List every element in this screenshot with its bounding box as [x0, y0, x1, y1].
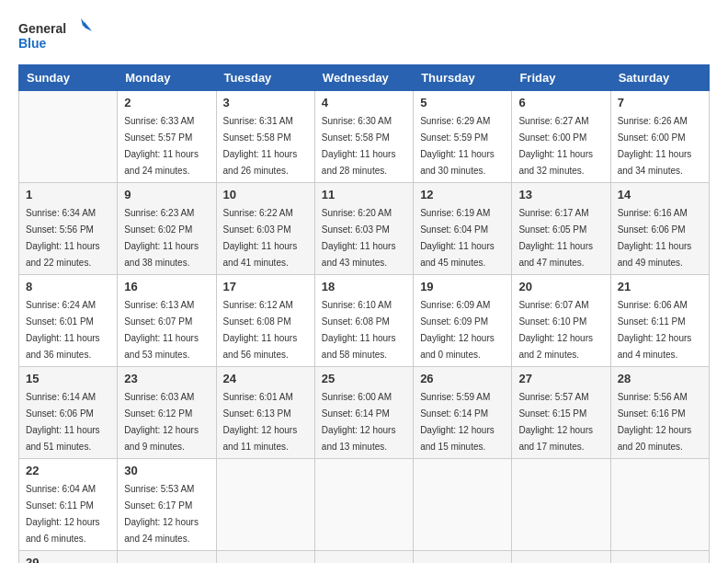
calendar-cell: 4Sunrise: 6:30 AMSunset: 5:58 PMDaylight… [314, 91, 413, 183]
col-friday: Friday [512, 65, 610, 91]
day-detail: Sunrise: 6:29 AMSunset: 5:59 PMDaylight:… [420, 116, 495, 176]
day-number: 19 [420, 280, 505, 293]
day-number: 12 [420, 188, 505, 201]
calendar-cell [512, 459, 610, 551]
day-detail: Sunrise: 6:31 AMSunset: 5:58 PMDaylight:… [223, 116, 298, 176]
col-thursday: Thursday [414, 65, 512, 91]
svg-text:General: General [18, 21, 66, 36]
calendar-cell: 9Sunrise: 6:23 AMSunset: 6:02 PMDaylight… [118, 183, 216, 275]
day-number: 16 [124, 280, 209, 293]
calendar-row: 1Sunrise: 6:34 AMSunset: 5:56 PMDaylight… [19, 183, 710, 275]
calendar-cell: 18Sunrise: 6:10 AMSunset: 6:08 PMDayligh… [314, 275, 413, 367]
day-number: 17 [223, 280, 308, 293]
col-monday: Monday [118, 65, 216, 91]
day-detail: Sunrise: 6:09 AMSunset: 6:09 PMDaylight:… [420, 300, 495, 360]
calendar-cell [314, 459, 413, 551]
day-detail: Sunrise: 6:01 AMSunset: 6:13 PMDaylight:… [223, 392, 298, 452]
day-detail: Sunrise: 6:33 AMSunset: 5:57 PMDaylight:… [124, 116, 199, 176]
calendar-row: 29Sunrise: 5:54 AMSunset: 6:17 PMDayligh… [19, 551, 710, 564]
day-detail: Sunrise: 5:57 AMSunset: 6:15 PMDaylight:… [518, 392, 593, 452]
day-number: 21 [618, 280, 702, 293]
day-detail: Sunrise: 6:24 AMSunset: 6:01 PMDaylight:… [26, 300, 100, 360]
day-detail: Sunrise: 5:56 AMSunset: 6:16 PMDaylight:… [618, 392, 692, 452]
day-detail: Sunrise: 6:13 AMSunset: 6:07 PMDaylight:… [124, 300, 199, 360]
col-tuesday: Tuesday [216, 65, 314, 91]
calendar-cell: 24Sunrise: 6:01 AMSunset: 6:13 PMDayligh… [216, 367, 314, 459]
day-number: 22 [26, 464, 110, 477]
day-detail: Sunrise: 6:06 AMSunset: 6:11 PMDaylight:… [618, 300, 692, 360]
day-detail: Sunrise: 6:04 AMSunset: 6:11 PMDaylight:… [26, 484, 100, 544]
day-number: 6 [518, 96, 603, 109]
day-detail: Sunrise: 6:16 AMSunset: 6:06 PMDaylight:… [618, 208, 692, 268]
calendar-cell [314, 551, 413, 564]
calendar-cell: 14Sunrise: 6:16 AMSunset: 6:06 PMDayligh… [610, 183, 709, 275]
calendar-cell: 10Sunrise: 6:22 AMSunset: 6:03 PMDayligh… [216, 183, 314, 275]
day-detail: Sunrise: 6:22 AMSunset: 6:03 PMDaylight:… [223, 208, 298, 268]
calendar-cell: 13Sunrise: 6:17 AMSunset: 6:05 PMDayligh… [512, 183, 610, 275]
day-number: 10 [223, 188, 308, 201]
calendar-row: 2Sunrise: 6:33 AMSunset: 5:57 PMDaylight… [19, 91, 710, 183]
calendar-cell: 25Sunrise: 6:00 AMSunset: 6:14 PMDayligh… [314, 367, 413, 459]
day-detail: Sunrise: 6:17 AMSunset: 6:05 PMDaylight:… [518, 208, 593, 268]
calendar-cell: 26Sunrise: 5:59 AMSunset: 6:14 PMDayligh… [414, 367, 512, 459]
calendar-cell [512, 551, 610, 564]
calendar-cell: 1Sunrise: 6:34 AMSunset: 5:56 PMDaylight… [19, 183, 118, 275]
calendar-cell [610, 551, 709, 564]
calendar-cell [19, 91, 118, 183]
calendar-cell [118, 551, 216, 564]
day-number: 14 [618, 188, 702, 201]
day-number: 25 [322, 372, 406, 385]
calendar-cell: 21Sunrise: 6:06 AMSunset: 6:11 PMDayligh… [610, 275, 709, 367]
day-number: 23 [124, 372, 209, 385]
day-number: 9 [124, 188, 209, 201]
day-number: 5 [420, 96, 505, 109]
calendar-cell: 22Sunrise: 6:04 AMSunset: 6:11 PMDayligh… [19, 459, 118, 551]
day-detail: Sunrise: 6:00 AMSunset: 6:14 PMDaylight:… [322, 392, 396, 452]
day-number: 15 [26, 372, 110, 385]
calendar-cell: 27Sunrise: 5:57 AMSunset: 6:15 PMDayligh… [512, 367, 610, 459]
calendar-cell: 17Sunrise: 6:12 AMSunset: 6:08 PMDayligh… [216, 275, 314, 367]
day-detail: Sunrise: 6:30 AMSunset: 5:58 PMDaylight:… [322, 116, 396, 176]
day-number: 30 [124, 464, 209, 477]
day-number: 28 [618, 372, 702, 385]
day-number: 1 [26, 188, 110, 201]
calendar-cell: 19Sunrise: 6:09 AMSunset: 6:09 PMDayligh… [414, 275, 512, 367]
calendar-cell: 23Sunrise: 6:03 AMSunset: 6:12 PMDayligh… [118, 367, 216, 459]
day-number: 26 [420, 372, 505, 385]
calendar-cell: 3Sunrise: 6:31 AMSunset: 5:58 PMDaylight… [216, 91, 314, 183]
day-number: 11 [322, 188, 406, 201]
logo-svg: General Blue [18, 18, 92, 55]
calendar-cell: 2Sunrise: 6:33 AMSunset: 5:57 PMDaylight… [118, 91, 216, 183]
day-number: 13 [518, 188, 603, 201]
day-detail: Sunrise: 6:19 AMSunset: 6:04 PMDaylight:… [420, 208, 495, 268]
day-detail: Sunrise: 6:03 AMSunset: 6:12 PMDaylight:… [124, 392, 199, 452]
day-detail: Sunrise: 6:27 AMSunset: 6:00 PMDaylight:… [518, 116, 593, 176]
calendar-cell: 15Sunrise: 6:14 AMSunset: 6:06 PMDayligh… [19, 367, 118, 459]
svg-text:Blue: Blue [18, 36, 47, 51]
calendar-table: Sunday Monday Tuesday Wednesday Thursday… [18, 64, 710, 563]
day-number: 3 [223, 96, 308, 109]
calendar-cell: 20Sunrise: 6:07 AMSunset: 6:10 PMDayligh… [512, 275, 610, 367]
calendar-row: 8Sunrise: 6:24 AMSunset: 6:01 PMDaylight… [19, 275, 710, 367]
day-detail: Sunrise: 6:12 AMSunset: 6:08 PMDaylight:… [223, 300, 298, 360]
day-detail: Sunrise: 6:23 AMSunset: 6:02 PMDaylight:… [124, 208, 199, 268]
col-saturday: Saturday [610, 65, 709, 91]
day-detail: Sunrise: 6:20 AMSunset: 6:03 PMDaylight:… [322, 208, 396, 268]
day-detail: Sunrise: 6:07 AMSunset: 6:10 PMDaylight:… [518, 300, 593, 360]
calendar-cell [414, 459, 512, 551]
calendar-cell: 5Sunrise: 6:29 AMSunset: 5:59 PMDaylight… [414, 91, 512, 183]
day-number: 7 [618, 96, 702, 109]
calendar-cell: 12Sunrise: 6:19 AMSunset: 6:04 PMDayligh… [414, 183, 512, 275]
calendar-cell: 29Sunrise: 5:54 AMSunset: 6:17 PMDayligh… [19, 551, 118, 564]
header-row: Sunday Monday Tuesday Wednesday Thursday… [19, 65, 710, 91]
calendar-cell: 11Sunrise: 6:20 AMSunset: 6:03 PMDayligh… [314, 183, 413, 275]
calendar-cell: 16Sunrise: 6:13 AMSunset: 6:07 PMDayligh… [118, 275, 216, 367]
calendar-cell [216, 551, 314, 564]
logo: General Blue [18, 18, 92, 55]
calendar-cell: 30Sunrise: 5:53 AMSunset: 6:17 PMDayligh… [118, 459, 216, 551]
day-detail: Sunrise: 6:10 AMSunset: 6:08 PMDaylight:… [322, 300, 396, 360]
col-sunday: Sunday [19, 65, 118, 91]
day-detail: Sunrise: 6:14 AMSunset: 6:06 PMDaylight:… [26, 392, 100, 452]
day-number: 27 [518, 372, 603, 385]
calendar-cell: 28Sunrise: 5:56 AMSunset: 6:16 PMDayligh… [610, 367, 709, 459]
